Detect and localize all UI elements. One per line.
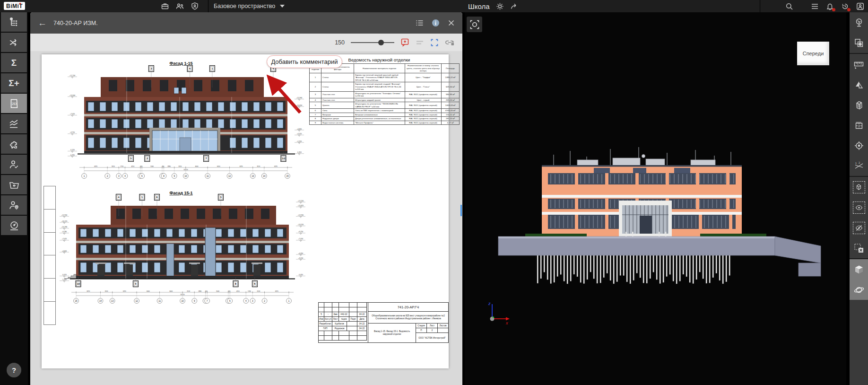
tool-locate-point[interactable]: [850, 135, 868, 156]
finishes-cell: RAL 9011 (графитно-черный): [405, 91, 442, 98]
finishes-cell: Водосточная система: [321, 121, 354, 125]
user-profile-icon[interactable]: [856, 2, 864, 10]
tool-axes-grid[interactable]: 12: [850, 156, 868, 177]
info-icon[interactable]: [432, 19, 440, 27]
tool-hide-selection[interactable]: [850, 218, 868, 238]
drawing-sheet-page: Фасад 1-15 1234567891011121314156370: [42, 54, 449, 368]
tool-isolate-selection[interactable]: [850, 177, 868, 197]
notifications-bell-icon[interactable]: [826, 2, 834, 10]
zoom-slider-knob[interactable]: [378, 40, 384, 45]
shield-user-icon[interactable]: [191, 2, 199, 10]
help-button[interactable]: ?: [7, 363, 21, 377]
sidebar-item-dashboard[interactable]: [1, 216, 27, 235]
svg-text:+10,550: +10,550: [298, 224, 304, 226]
title-block-cell: [347, 326, 357, 331]
document-header-icons: [416, 19, 455, 27]
finishes-cell: Стены: [321, 73, 354, 82]
comment-list-icon[interactable]: [416, 39, 424, 46]
search-icon[interactable]: [785, 2, 793, 10]
back-arrow-icon[interactable]: ←: [38, 18, 47, 27]
sidebar-item-project-structure[interactable]: [1, 12, 27, 32]
viewport-3d[interactable]: Спереди: [465, 12, 846, 385]
svg-text:-0,450: -0,450: [298, 274, 303, 276]
finishes-cell: 4165,05 м²: [442, 109, 460, 113]
title-block-cell: 5: [319, 312, 324, 317]
zoom-slider[interactable]: [351, 39, 394, 46]
sidebar-item-charts[interactable]: [1, 114, 27, 133]
close-icon[interactable]: [448, 19, 455, 26]
tool-measure-ruler[interactable]: [850, 54, 868, 74]
finishes-cell: RAL 9011 (графитно-черный): [405, 113, 442, 117]
title-block-signatures: 5-Зам442-2204.22ИзмКол.учЛист№докПодпДат…: [319, 303, 368, 342]
briefcase-icon[interactable]: [161, 2, 169, 10]
bimit-logo[interactable]: BiMiT: [4, 2, 25, 10]
finishes-cell: Участки стен: [321, 91, 354, 98]
title-block-cell: [332, 303, 339, 307]
finishes-cell: 1: [310, 73, 321, 82]
view-cube-front-face[interactable]: Спереди: [797, 42, 829, 65]
finishes-row: 7ВитражиВитражи алюминиевыеRAL 9011 (гра…: [310, 113, 460, 117]
svg-text:+10,280: +10,280: [61, 226, 67, 228]
tool-view-cube[interactable]: [850, 259, 868, 280]
svg-text:7: 7: [207, 300, 208, 302]
zoom-slider-track: [351, 42, 394, 43]
document-title: 740-20-АР ИЗМ.: [53, 20, 98, 26]
tool-orbit-view[interactable]: [850, 280, 868, 300]
tool-floor-plans[interactable]: [850, 115, 868, 135]
sidebar-item-process-links[interactable]: [1, 33, 27, 52]
svg-text:6370: 6370: [123, 290, 126, 292]
tool-clear-selection[interactable]: [850, 238, 868, 259]
recent-history-icon[interactable]: [841, 2, 849, 10]
tool-environment-tree[interactable]: [850, 12, 868, 33]
list-view-icon[interactable]: [811, 3, 819, 10]
sidebar-item-totals-add[interactable]: Σ+: [1, 73, 27, 93]
sidebar-item-documents-2d[interactable]: 2D: [1, 94, 27, 113]
sidebar-item-shared-folder[interactable]: [1, 175, 27, 194]
finishes-cell: 3: [310, 91, 321, 98]
add-comment-icon[interactable]: [400, 38, 409, 47]
document-scrollbar[interactable]: [460, 205, 462, 216]
tool-section-box[interactable]: [850, 95, 868, 115]
title-block-cell: 442-22: [339, 312, 349, 317]
title-block-cell: [347, 322, 357, 326]
finishes-cell: 150,11 м²: [442, 113, 460, 117]
share-arrow-icon[interactable]: [510, 2, 519, 10]
tool-show-selection[interactable]: [850, 197, 868, 218]
finishes-cell: Наружные двери: [321, 117, 354, 121]
building-3d-model[interactable]: [492, 144, 823, 300]
sidebar-item-plugins[interactable]: [1, 134, 27, 154]
title-block-cell: [357, 307, 367, 312]
finishes-col-header: Наименование и номер эталона цвета, этал…: [405, 64, 442, 73]
svg-text:+4,150: +4,150: [297, 133, 302, 135]
fit-screen-icon[interactable]: [430, 38, 439, 47]
svg-text:6370: 6370: [275, 290, 278, 292]
sidebar-item-user-locations[interactable]: [1, 195, 27, 215]
tool-section-flash[interactable]: [850, 74, 868, 95]
topbar-right-icons: [785, 0, 864, 12]
add-comment-tooltip[interactable]: Добавить комментарий: [267, 55, 342, 68]
svg-text:2: 2: [859, 161, 860, 164]
svg-text:1: 1: [288, 300, 290, 302]
finishes-cell: Штукатурка по утеплителю "Технофас Оптим…: [354, 91, 405, 98]
svg-text:+15,825: +15,825: [298, 205, 304, 207]
svg-text:14: 14: [263, 175, 266, 177]
focus-target-button[interactable]: [467, 17, 482, 32]
settings-gear-icon[interactable]: [496, 2, 504, 10]
svg-text:+12,960: +12,960: [298, 214, 304, 216]
link-lock-icon[interactable]: [445, 38, 455, 46]
sidebar-item-totals-sum[interactable]: Σ: [1, 53, 27, 72]
left-toolbar: Σ Σ+ 2D ?: [0, 12, 28, 385]
sidebar-item-user-tasks[interactable]: [1, 155, 27, 174]
tool-object-selection[interactable]: [850, 33, 868, 54]
svg-text:-1,200: -1,200: [62, 279, 67, 280]
svg-text:11: 11: [158, 300, 161, 302]
main-area: Σ Σ+ 2D ? ← 740-20-АР ИЗМ. 150: [0, 12, 868, 385]
users-group-icon[interactable]: [175, 2, 184, 10]
document-canvas[interactable]: Фасад 1-15 1234567891011121314156370: [30, 51, 462, 385]
sheet-list-icon[interactable]: [416, 19, 424, 26]
svg-text:6370: 6370: [240, 166, 243, 167]
title-block-cell: Лист: [332, 317, 339, 322]
workspace-selector[interactable]: Базовое пространство: [214, 0, 285, 12]
topbar-divider-2: [760, 0, 760, 12]
svg-text:10: 10: [181, 300, 184, 302]
